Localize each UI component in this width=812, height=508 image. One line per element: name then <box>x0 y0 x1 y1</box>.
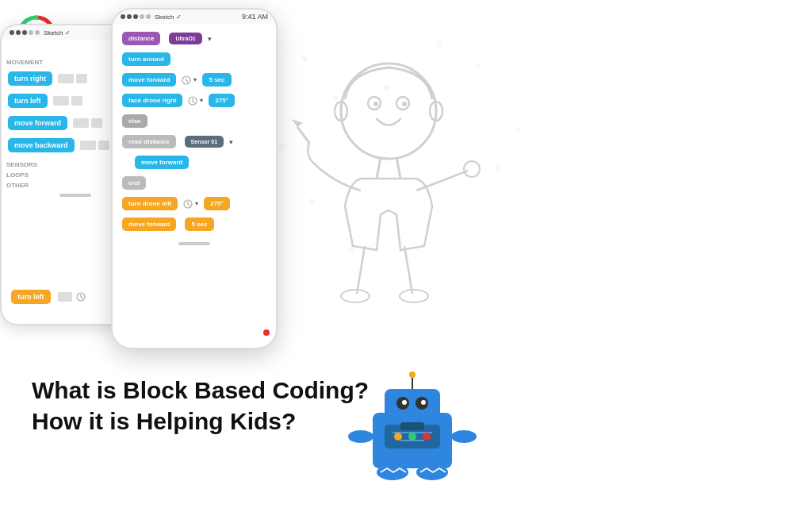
svg-point-29 <box>402 400 407 405</box>
svg-point-32 <box>394 433 402 441</box>
5sec-yellow-block: 5 sec <box>185 217 213 231</box>
phone-front-time: 9:41 AM <box>242 13 268 21</box>
turn-drone-left-row: turn drone left ▾ 275° <box>119 194 270 213</box>
end-row: end <box>119 174 270 192</box>
mini-icon-box <box>76 292 86 302</box>
turn-around-row: turn around <box>119 50 270 68</box>
clock-mini-icon <box>76 292 86 302</box>
svg-line-11 <box>396 157 400 179</box>
mini-box-7 <box>80 140 96 150</box>
mini-num-box <box>58 292 72 302</box>
else-block: else <box>122 114 147 128</box>
svg-point-33 <box>408 433 416 441</box>
svg-point-30 <box>421 400 426 405</box>
clock-icon-2 <box>188 96 197 106</box>
end-block: end <box>122 176 146 190</box>
robot-illustration <box>333 349 492 508</box>
turn-drone-left-block: turn drone left <box>122 197 178 210</box>
chevron-icon-fwd: ▾ <box>193 76 197 83</box>
svg-point-34 <box>423 433 431 441</box>
cartoon-character-svg <box>238 24 539 325</box>
move-forward-2-block: move forward <box>135 156 189 169</box>
sensor01-block: Sensor 01 <box>185 136 224 148</box>
main-title: What is Block Based Coding? How it is He… <box>32 375 369 437</box>
phone-back-home-indicator <box>59 194 91 197</box>
phone-front-status-bar: Sketch ✓ 9:41 AM <box>113 10 276 24</box>
robot-svg <box>333 349 492 508</box>
turn-left-phone-block: turn left <box>8 94 48 108</box>
move-forward-row: move forward ▾ 5 sec <box>119 71 270 89</box>
svg-point-15 <box>341 290 370 302</box>
chevron-sensor: ▾ <box>229 138 233 146</box>
move-forward-2-row: move forward <box>132 153 257 171</box>
face-drone-block: face drone right <box>122 94 182 107</box>
svg-point-40 <box>409 371 416 378</box>
svg-point-3 <box>341 64 436 159</box>
mini-box-5 <box>73 118 89 128</box>
red-indicator-dot <box>263 329 270 336</box>
mini-box-4 <box>71 96 82 106</box>
svg-line-10 <box>377 157 381 179</box>
front-status-dots: Sketch ✓ <box>121 13 182 21</box>
mini-box-2 <box>76 74 87 83</box>
title-line-2: How it is Helping Kids? <box>32 406 369 437</box>
else-row: else <box>119 112 270 130</box>
read-distance-block: read distance <box>122 135 176 148</box>
mini-box-3 <box>53 96 69 106</box>
face-drone-row: face drone right ▾ 275° <box>119 91 270 110</box>
distance-row: distance UltraO1 ▾ <box>119 29 270 48</box>
title-line-1: What is Block Based Coding? <box>32 375 369 406</box>
phone-front-content: distance UltraO1 ▾ turn around move forw… <box>113 24 276 239</box>
text-section: What is Block Based Coding? How it is He… <box>32 375 369 437</box>
move-backward-phone-block: move backward <box>8 138 75 152</box>
character-illustration <box>238 24 539 325</box>
svg-point-16 <box>400 290 428 302</box>
turn-right-phone-block: turn right <box>8 71 52 86</box>
read-distance-row: read distance Sensor 01 ▾ <box>119 133 270 151</box>
phone-front-home-indicator <box>178 242 210 245</box>
clock-icon <box>182 75 191 85</box>
svg-rect-41 <box>400 422 424 430</box>
phone-front: Sketch ✓ 9:41 AM distance UltraO1 ▾ turn… <box>111 8 278 349</box>
status-dots: Sketch ✓ <box>10 29 71 37</box>
svg-point-35 <box>348 430 373 443</box>
move-forward-yellow-block: move forward <box>122 217 176 231</box>
chevron-icon-drone: ▾ <box>200 97 203 104</box>
ultrao1-block: UltraO1 <box>169 33 201 44</box>
phone-front-wifi: Sketch ✓ <box>155 13 182 21</box>
svg-point-36 <box>451 430 477 443</box>
distance-block: distance <box>122 32 160 45</box>
svg-point-6 <box>373 102 378 106</box>
svg-point-7 <box>402 102 407 106</box>
svg-marker-13 <box>292 119 303 127</box>
move-forward-front-block: move forward <box>122 73 176 87</box>
chevron-icon-distance: ▾ <box>208 35 212 43</box>
phone-back-wifi: Sketch ✓ <box>44 29 71 37</box>
svg-rect-26 <box>385 389 440 425</box>
275-2-block: 275° <box>204 197 230 210</box>
mini-box-1 <box>58 74 74 83</box>
mini-box-6 <box>91 118 102 128</box>
chevron-drone-left: ▾ <box>195 200 198 207</box>
turn-left-yellow-block: turn left <box>11 290 51 304</box>
phones-container <box>519 16 804 381</box>
move-forward-yellow-row: move forward 5 sec <box>119 215 270 233</box>
5sec-block: 5 sec <box>202 73 231 87</box>
svg-line-12 <box>297 127 309 143</box>
mini-box-8 <box>98 140 109 150</box>
move-forward-phone-block: move forward <box>8 116 67 130</box>
svg-point-14 <box>464 161 480 177</box>
clock-icon-3 <box>183 199 193 209</box>
275-block: 275° <box>209 94 235 107</box>
turn-around-front-block: turn around <box>122 52 170 66</box>
